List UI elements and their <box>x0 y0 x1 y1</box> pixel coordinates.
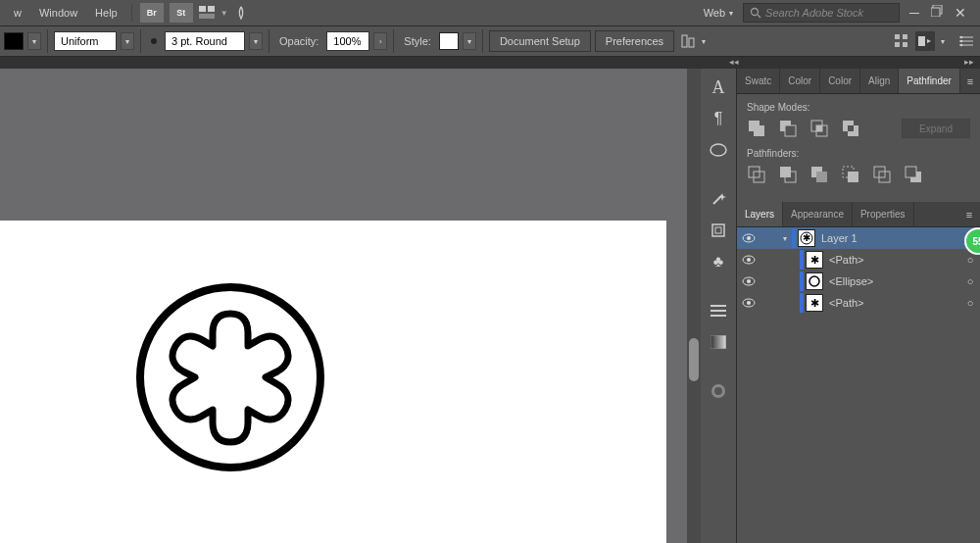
svg-rect-0 <box>199 6 206 12</box>
paragraph-icon[interactable]: ¶ <box>706 106 731 131</box>
crop-icon[interactable] <box>841 165 860 184</box>
minus-front-icon[interactable] <box>778 119 798 138</box>
expand-button[interactable]: Expand <box>902 119 970 138</box>
svg-rect-11 <box>895 42 900 47</box>
chevron-down-icon[interactable]: ▾ <box>702 37 706 46</box>
artwork-asterisk-in-circle[interactable] <box>132 279 338 485</box>
tab-appearance[interactable]: Appearance <box>783 202 853 226</box>
panel-menu-icon[interactable]: ≡ <box>958 202 980 226</box>
layer-thumbnail <box>806 272 823 290</box>
disclosure-triangle[interactable]: ▾ <box>778 234 792 243</box>
artboard[interactable] <box>0 221 666 543</box>
visibility-toggle[interactable] <box>737 233 760 243</box>
preferences-button[interactable]: Preferences <box>595 30 674 52</box>
arrange-documents-icon[interactable] <box>197 3 219 23</box>
layer-name[interactable]: Layer 1 <box>821 232 960 244</box>
menu-item-truncated[interactable]: w <box>6 4 29 22</box>
svg-point-30 <box>714 387 722 395</box>
tab-layers[interactable]: Layers <box>737 202 783 226</box>
tab-properties[interactable]: Properties <box>853 202 914 226</box>
align-to-icon[interactable] <box>678 31 698 51</box>
style-swatch[interactable] <box>439 32 459 50</box>
scrollbar-thumb[interactable] <box>689 338 699 381</box>
intersect-icon[interactable] <box>809 119 829 138</box>
search-placeholder: Search Adobe Stock <box>765 7 863 19</box>
workspace-switcher[interactable]: Web ▾ <box>696 7 741 19</box>
unite-icon[interactable] <box>747 119 766 138</box>
minimize-icon[interactable]: ─ <box>909 5 919 21</box>
layer-name[interactable]: <Ellipse> <box>829 275 960 287</box>
layer-row[interactable]: ✱ <Path> ○ <box>737 292 980 314</box>
layer-thumbnail: ✱ <box>806 251 823 269</box>
club-icon[interactable]: ♣ <box>706 249 731 274</box>
search-stock-input[interactable]: Search Adobe Stock <box>743 3 900 23</box>
gpu-performance-icon[interactable] <box>230 3 252 23</box>
tab-color-guide[interactable]: Color <box>820 69 860 93</box>
opacity-field[interactable]: 100% <box>326 31 369 51</box>
scrollbar-track[interactable] <box>687 69 701 543</box>
layer-thumbnail: ✱ <box>798 229 815 247</box>
layer-row[interactable]: ✱ <Path> ○ <box>737 249 980 271</box>
wand-icon[interactable] <box>706 186 731 212</box>
svg-text:✱: ✱ <box>803 232 810 243</box>
tab-color[interactable]: Color <box>780 69 820 93</box>
minus-back-icon[interactable] <box>904 165 923 184</box>
close-icon[interactable]: ✕ <box>955 5 966 21</box>
panel-menu-icon[interactable] <box>956 31 976 51</box>
brush-select[interactable]: 3 pt. Round <box>165 31 245 51</box>
chevron-down-icon[interactable]: ▼ <box>220 9 228 18</box>
opacity-arrow-right[interactable]: › <box>373 32 387 50</box>
target-indicator[interactable]: ○ <box>960 297 980 309</box>
collapse-arrow-icon[interactable]: ◂◂ <box>729 57 739 67</box>
stock-button[interactable]: St <box>170 3 193 23</box>
artboard-icon[interactable] <box>706 218 731 243</box>
chevron-down-icon[interactable]: ▾ <box>941 37 945 46</box>
isolate-mode-icon[interactable] <box>915 31 935 51</box>
lines-icon[interactable] <box>706 298 731 323</box>
layer-name[interactable]: <Path> <box>829 254 960 266</box>
visibility-toggle[interactable] <box>737 276 760 286</box>
tab-align[interactable]: Align <box>860 69 899 93</box>
menu-item-help[interactable]: Help <box>87 4 125 22</box>
profile-dropdown[interactable]: ▾ <box>121 32 134 50</box>
visibility-toggle[interactable] <box>737 255 760 265</box>
visibility-toggle[interactable] <box>737 298 760 308</box>
canvas-area[interactable] <box>0 69 701 543</box>
options-bar: ▾ Uniform ▾ 3 pt. Round ▾ Opacity: 100% … <box>0 25 980 57</box>
stroke-dropdown[interactable]: ▾ <box>27 32 41 50</box>
stroke-color-swatch[interactable] <box>4 32 24 50</box>
restore-icon[interactable] <box>931 5 943 21</box>
tab-swatches[interactable]: Swatc <box>737 69 780 93</box>
swatch-icon[interactable] <box>706 378 731 404</box>
grid-view-icon[interactable] <box>892 31 911 51</box>
merge-icon[interactable] <box>809 165 829 184</box>
collapse-arrow-icon[interactable]: ▸▸ <box>964 57 974 67</box>
exclude-icon[interactable] <box>841 119 860 138</box>
menu-item-window[interactable]: Window <box>31 4 85 22</box>
divide-icon[interactable] <box>747 165 766 184</box>
tab-pathfinder[interactable]: Pathfinder <box>899 69 960 93</box>
svg-rect-48 <box>848 172 858 182</box>
svg-rect-13 <box>918 36 925 46</box>
svg-point-21 <box>710 144 726 156</box>
svg-rect-37 <box>816 125 822 131</box>
pathfinders-label: Pathfinders: <box>747 148 970 159</box>
trim-icon[interactable] <box>778 165 798 184</box>
ellipse-icon[interactable] <box>706 137 731 163</box>
outline-icon[interactable] <box>872 165 892 184</box>
target-indicator[interactable]: ○ <box>960 275 980 287</box>
document-setup-button[interactable]: Document Setup <box>489 30 591 52</box>
target-indicator[interactable]: ○ <box>960 254 980 266</box>
svg-text:✱: ✱ <box>810 254 819 266</box>
brush-dropdown[interactable]: ▾ <box>249 32 263 50</box>
style-dropdown[interactable]: ▾ <box>463 32 476 50</box>
panel-menu-icon[interactable]: ≡ <box>960 69 980 93</box>
layer-name[interactable]: <Path> <box>829 297 960 309</box>
layer-row[interactable]: ▾ ✱ Layer 1 ○ <box>737 227 980 249</box>
profile-select[interactable]: Uniform <box>54 31 117 51</box>
type-icon[interactable]: A <box>706 74 731 100</box>
layer-row[interactable]: <Ellipse> ○ <box>737 271 980 292</box>
gradient-icon[interactable] <box>706 329 731 355</box>
right-panel-column: Swatc Color Color Align Pathfinder ≡ Sha… <box>736 69 980 543</box>
bridge-button[interactable]: Br <box>140 3 164 23</box>
